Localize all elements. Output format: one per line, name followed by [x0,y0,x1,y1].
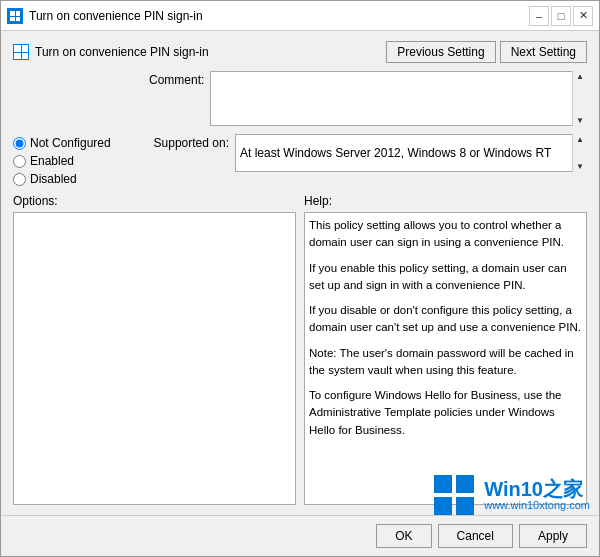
apply-button[interactable]: Apply [519,524,587,548]
comment-textarea[interactable] [210,71,587,126]
help-para-1: This policy setting allows you to contro… [309,217,582,252]
radio-enabled-input[interactable] [13,155,26,168]
svg-rect-10 [434,497,452,515]
radio-disabled-label: Disabled [30,172,77,186]
comment-label: Comment: [149,71,204,87]
svg-rect-4 [14,45,21,52]
minimize-button[interactable]: – [529,6,549,26]
radio-enabled[interactable]: Enabled [13,154,133,168]
svg-rect-11 [456,497,474,515]
supported-label: Supported on: [139,134,229,150]
radio-disabled[interactable]: Disabled [13,172,133,186]
supported-value: At least Windows Server 2012, Windows 8 … [235,134,587,172]
radio-not-configured-input[interactable] [13,137,26,150]
help-para-2: If you enable this policy setting, a dom… [309,260,582,295]
help-para-4: Note: The user's domain password will be… [309,345,582,380]
svg-rect-9 [456,475,474,493]
dialog-title-row: Turn on convenience PIN sign-in [13,44,209,60]
svg-rect-3 [16,17,20,21]
help-label: Help: [304,194,587,208]
title-bar-left: Turn on convenience PIN sign-in [7,8,203,24]
svg-rect-7 [22,53,28,59]
content-area: Turn on convenience PIN sign-in Previous… [1,31,599,515]
options-label: Options: [13,194,296,208]
svg-rect-6 [14,53,21,59]
watermark: Win10之家 www.win10xtong.com [432,473,590,517]
ok-button[interactable]: OK [376,524,431,548]
bottom-bar: OK Cancel Apply [1,515,599,556]
help-content: This policy setting allows you to contro… [304,212,587,505]
supported-scrollbar: ▲ ▼ [572,134,587,172]
svg-rect-0 [10,11,15,16]
svg-rect-8 [434,475,452,493]
radio-not-configured[interactable]: Not Configured [13,136,133,150]
close-button[interactable]: ✕ [573,6,593,26]
top-bar: Turn on convenience PIN sign-in Previous… [13,41,587,63]
dialog-icon [13,44,29,60]
svg-rect-1 [16,11,20,16]
window-icon [7,8,23,24]
options-content [13,212,296,505]
radio-not-configured-label: Not Configured [30,136,111,150]
help-panel: Help: This policy setting allows you to … [304,194,587,505]
watermark-title: Win10之家 [484,479,590,499]
maximize-button[interactable]: □ [551,6,571,26]
comment-field-wrap: ▲ ▼ [210,71,587,126]
radio-enabled-label: Enabled [30,154,74,168]
radio-group: Not Configured Enabled Disabled [13,134,133,186]
window-title: Turn on convenience PIN sign-in [29,9,203,23]
comment-row: Comment: ▲ ▼ [13,71,587,126]
svg-rect-2 [10,17,15,21]
previous-setting-button[interactable]: Previous Setting [386,41,495,63]
help-para-5: To configure Windows Hello for Business,… [309,387,582,439]
main-window: Turn on convenience PIN sign-in – □ ✕ Tu [0,0,600,557]
radio-disabled-input[interactable] [13,173,26,186]
watermark-text-block: Win10之家 www.win10xtong.com [484,479,590,511]
help-para-3: If you disable or don't configure this p… [309,302,582,337]
next-setting-button[interactable]: Next Setting [500,41,587,63]
title-controls: – □ ✕ [529,6,593,26]
comment-scrollbar: ▲ ▼ [572,71,587,126]
svg-rect-5 [22,45,28,52]
title-bar: Turn on convenience PIN sign-in – □ ✕ [1,1,599,31]
supported-field-wrap: At least Windows Server 2012, Windows 8 … [235,134,587,172]
cancel-button[interactable]: Cancel [438,524,513,548]
options-panel: Options: [13,194,296,505]
supported-row: Not Configured Enabled Disabled Supporte… [13,134,587,186]
windows-logo [432,473,476,517]
main-panels: Options: Help: This policy setting allow… [13,194,587,505]
nav-buttons: Previous Setting Next Setting [386,41,587,63]
watermark-subtitle: www.win10xtong.com [484,499,590,511]
dialog-title: Turn on convenience PIN sign-in [35,45,209,59]
help-text-body: This policy setting allows you to contro… [309,217,582,439]
